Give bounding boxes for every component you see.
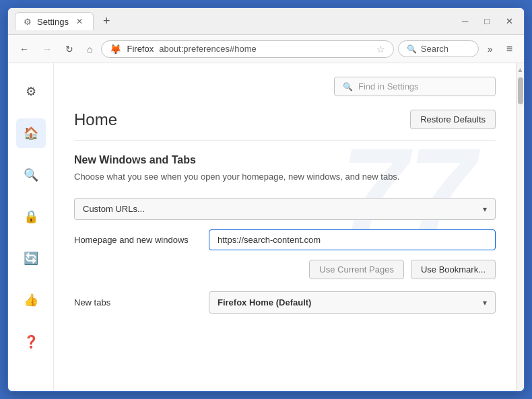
address-url: about:preferences#home bbox=[159, 44, 257, 54]
main-content: 77 🔍 Find in Settings Home Restore Defau… bbox=[54, 63, 516, 391]
new-tab-button[interactable]: + bbox=[99, 14, 114, 28]
window-controls: ─ □ ✕ bbox=[458, 15, 517, 28]
browser-search-text: Search bbox=[421, 44, 448, 54]
new-tabs-label: New tabs bbox=[74, 297, 209, 307]
tab-label: Settings bbox=[37, 17, 69, 27]
maximize-button[interactable]: □ bbox=[480, 15, 494, 28]
section-divider bbox=[74, 140, 496, 141]
settings-tab[interactable]: ⚙ Settings ✕ bbox=[15, 12, 94, 30]
section-header: Home Restore Defaults bbox=[74, 110, 496, 129]
homepage-dropdown-text: Custom URLs... bbox=[83, 204, 145, 214]
back-button[interactable]: ← bbox=[15, 41, 34, 57]
scroll-up-arrow[interactable]: ▲ bbox=[517, 65, 524, 75]
tab-close-button[interactable]: ✕ bbox=[74, 16, 85, 27]
use-bookmark-button[interactable]: Use Bookmark... bbox=[411, 260, 496, 279]
sidebar-item-home[interactable]: 🏠 bbox=[16, 118, 46, 148]
find-settings-input[interactable]: 🔍 Find in Settings bbox=[334, 77, 496, 96]
menu-button[interactable]: ≡ bbox=[502, 40, 517, 58]
find-placeholder: Find in Settings bbox=[358, 81, 419, 92]
use-current-pages-button[interactable]: Use Current Pages bbox=[309, 260, 404, 279]
site-name: Firefox bbox=[127, 44, 154, 54]
address-bar[interactable]: 🦊 Firefox about:preferences#home ☆ bbox=[101, 40, 393, 58]
sidebar-item-help[interactable]: ❓ bbox=[16, 327, 46, 357]
dropdown-chevron-icon: ▾ bbox=[483, 205, 487, 214]
browser-window: ⚙ Settings ✕ + ─ □ ✕ ← → ↻ ⌂ 🦊 Firefox a… bbox=[7, 7, 525, 392]
sidebar-item-search[interactable]: 🔍 bbox=[16, 160, 46, 190]
content-area: ⚙ 🏠 🔍 🔒 🔄 👍 ❓ 77 🔍 Find in Settings Home… bbox=[8, 63, 524, 391]
section-title: Home bbox=[74, 110, 117, 129]
homepage-dropdown-control: Custom URLs... ▾ bbox=[74, 198, 496, 220]
firefox-icon: 🦊 bbox=[110, 44, 121, 55]
scrollbar[interactable]: ▲ bbox=[516, 63, 524, 391]
search-icon: 🔍 bbox=[407, 44, 417, 54]
find-icon: 🔍 bbox=[343, 82, 353, 92]
find-settings-bar: 🔍 Find in Settings bbox=[74, 77, 496, 96]
home-button[interactable]: ⌂ bbox=[82, 41, 97, 57]
forward-button[interactable]: → bbox=[38, 41, 57, 57]
sidebar-item-extensions[interactable]: 👍 bbox=[16, 285, 46, 315]
restore-defaults-button[interactable]: Restore Defaults bbox=[410, 110, 496, 129]
minimize-button[interactable]: ─ bbox=[458, 15, 472, 28]
more-tools-button[interactable]: » bbox=[483, 41, 498, 57]
subsection-title: New Windows and Tabs bbox=[74, 154, 496, 166]
title-bar: ⚙ Settings ✕ + ─ □ ✕ bbox=[8, 8, 524, 35]
homepage-url-row: Homepage and new windows bbox=[74, 229, 496, 250]
new-tabs-dropdown-text: Firefox Home (Default) bbox=[218, 297, 311, 307]
sidebar-item-settings[interactable]: ⚙ bbox=[16, 77, 46, 106]
sidebar-item-sync[interactable]: 🔄 bbox=[16, 244, 46, 273]
scrollbar-thumb[interactable] bbox=[518, 77, 523, 104]
homepage-label: Homepage and new windows bbox=[74, 235, 209, 245]
homepage-dropdown-row: Custom URLs... ▾ bbox=[74, 198, 496, 220]
homepage-url-control bbox=[209, 229, 496, 250]
browser-search-bar[interactable]: 🔍 Search bbox=[398, 40, 479, 57]
new-tabs-dropdown-control: Firefox Home (Default) ▾ bbox=[209, 291, 496, 314]
new-tabs-dropdown[interactable]: Firefox Home (Default) ▾ bbox=[209, 291, 496, 314]
sidebar-item-privacy[interactable]: 🔒 bbox=[16, 202, 46, 231]
navigation-bar: ← → ↻ ⌂ 🦊 Firefox about:preferences#home… bbox=[8, 35, 524, 63]
reload-button[interactable]: ↻ bbox=[61, 41, 78, 57]
bookmark-star-button[interactable]: ☆ bbox=[376, 44, 385, 55]
homepage-button-row: Use Current Pages Use Bookmark... bbox=[74, 260, 496, 279]
new-tabs-row: New tabs Firefox Home (Default) ▾ bbox=[74, 291, 496, 314]
homepage-url-input[interactable] bbox=[209, 229, 496, 250]
close-button[interactable]: ✕ bbox=[502, 15, 517, 28]
tab-settings-icon: ⚙ bbox=[24, 17, 32, 27]
sidebar: ⚙ 🏠 🔍 🔒 🔄 👍 ❓ bbox=[8, 63, 54, 391]
homepage-type-dropdown[interactable]: Custom URLs... ▾ bbox=[74, 198, 496, 220]
new-tabs-chevron-icon: ▾ bbox=[483, 298, 487, 307]
subsection-desc: Choose what you see when you open your h… bbox=[74, 172, 496, 182]
